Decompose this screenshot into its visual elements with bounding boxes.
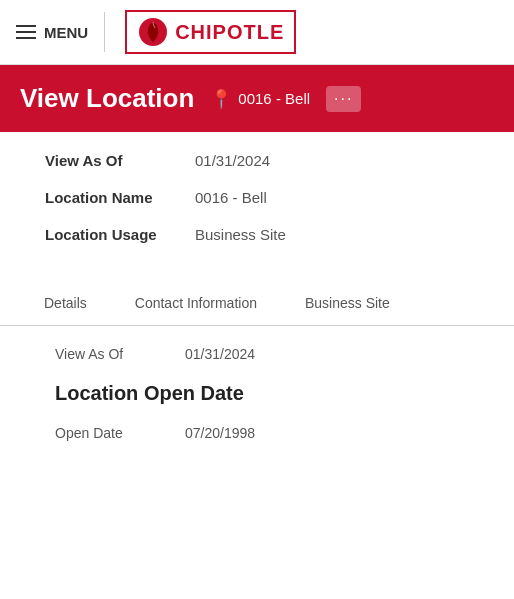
top-nav: MENU CHIPOTLE — [0, 0, 514, 65]
open-date-value: 07/20/1998 — [185, 425, 255, 441]
location-id: 0016 - Bell — [238, 90, 310, 107]
open-date-row: Open Date 07/20/1998 — [55, 425, 459, 441]
content-section: View As Of 01/31/2024 Location Open Date… — [0, 326, 514, 481]
open-date-label: Open Date — [55, 425, 185, 441]
content-view-as-of-label: View As Of — [55, 346, 185, 362]
location-badge: 📍 0016 - Bell — [210, 88, 310, 110]
logo-section: CHIPOTLE — [105, 10, 316, 54]
chipotle-logo: CHIPOTLE — [125, 10, 296, 54]
info-section: View As Of 01/31/2024 Location Name 0016… — [0, 132, 514, 283]
menu-button[interactable]: MENU — [0, 24, 104, 41]
more-options-button[interactable]: ··· — [326, 86, 361, 112]
view-as-of-row: View As Of 01/31/2024 — [45, 152, 469, 169]
content-view-as-of-row: View As Of 01/31/2024 — [55, 346, 459, 362]
location-usage-value: Business Site — [195, 226, 286, 243]
tab-business-site[interactable]: Business Site — [281, 283, 414, 325]
view-as-of-label: View As Of — [45, 152, 195, 169]
location-open-date-heading: Location Open Date — [55, 382, 459, 405]
tabs-row: Details Contact Information Business Sit… — [20, 283, 494, 325]
location-usage-label: Location Usage — [45, 226, 195, 243]
page-title: View Location — [20, 83, 194, 114]
view-as-of-value: 01/31/2024 — [195, 152, 270, 169]
location-name-label: Location Name — [45, 189, 195, 206]
location-usage-row: Location Usage Business Site — [45, 226, 469, 243]
location-pin-icon: 📍 — [210, 88, 232, 110]
location-name-row: Location Name 0016 - Bell — [45, 189, 469, 206]
tabs-section: Details Contact Information Business Sit… — [0, 283, 514, 326]
chipotle-pepper-icon — [137, 16, 169, 48]
content-view-as-of-value: 01/31/2024 — [185, 346, 255, 362]
chipotle-brand-name: CHIPOTLE — [175, 21, 284, 44]
tab-contact-information[interactable]: Contact Information — [111, 283, 281, 325]
hamburger-icon — [16, 25, 36, 39]
menu-label: MENU — [44, 24, 88, 41]
page-header: View Location 📍 0016 - Bell ··· — [0, 65, 514, 132]
location-name-value: 0016 - Bell — [195, 189, 267, 206]
tab-details[interactable]: Details — [20, 283, 111, 325]
